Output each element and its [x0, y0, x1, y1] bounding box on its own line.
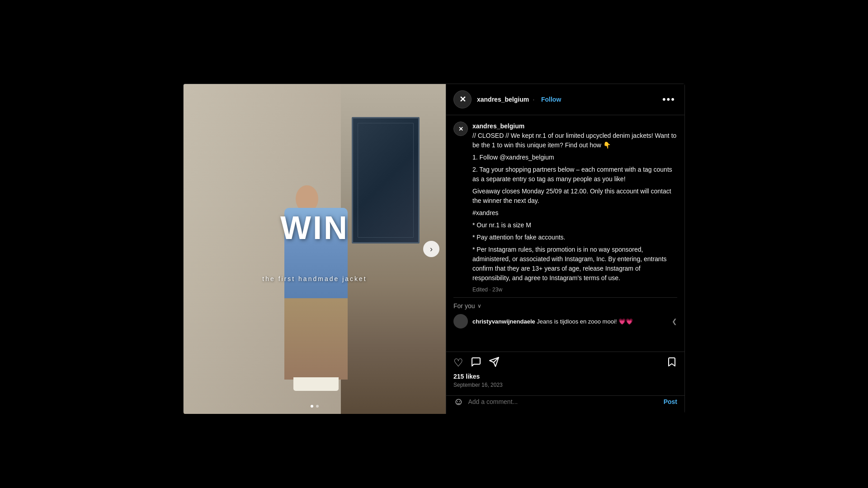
post-body: ✕ xandres_belgium // CLOSED // We kept n… — [446, 115, 684, 352]
caption-avatar: ✕ — [453, 122, 468, 136]
avatar-icon: ✕ — [459, 94, 466, 104]
caption-text: // CLOSED // We kept nr.1 of our limited… — [472, 131, 677, 283]
edited-time: Edited · 23w — [472, 286, 677, 293]
caption-line-4: Giveaway closes Monday 25/09 at 12.00. O… — [472, 187, 677, 206]
header-info: xandres_belgium · Follow — [477, 95, 660, 103]
comment-text: Jeans is tijdloos en zooo mooi! 💗💗 — [537, 318, 633, 325]
likes-count: 215 likes — [453, 373, 677, 380]
comment-icon — [471, 357, 481, 367]
dot-2 — [316, 405, 319, 408]
like-button[interactable]: ♡ — [453, 357, 463, 368]
follow-button[interactable]: Follow — [541, 96, 561, 103]
post-header: ✕ xandres_belgium · Follow ••• — [446, 84, 684, 115]
for-you-row[interactable]: For you ∨ — [453, 297, 677, 310]
sub-text: the first handmade jacket — [262, 275, 367, 282]
caption-row: ✕ xandres_belgium // CLOSED // We kept n… — [453, 122, 677, 293]
comment-button[interactable] — [471, 357, 481, 369]
comment-username[interactable]: christyvanwijnendaele — [472, 318, 535, 325]
next-image-button[interactable]: › — [423, 241, 439, 257]
caption-line-3: 2. Tag your shopping partners below – ea… — [472, 165, 677, 184]
post-date: September 16, 2023 — [453, 382, 677, 388]
caption-line-1: // CLOSED // We kept nr.1 of our limited… — [472, 131, 677, 150]
caption-line-2: 1. Follow @xandres_belgium — [472, 153, 677, 162]
action-icons-row: ♡ — [453, 357, 677, 369]
win-text: WIN — [280, 209, 349, 246]
image-dots — [311, 405, 319, 408]
for-you-label: For you — [453, 302, 475, 310]
post-container: WIN the first handmade jacket › ✕ xandre… — [183, 84, 685, 413]
dot-separator: · — [533, 96, 535, 103]
door-element — [352, 117, 420, 244]
post-comment-button[interactable]: Post — [664, 398, 677, 405]
caption-username[interactable]: xandres_belgium — [472, 122, 524, 130]
header-username[interactable]: xandres_belgium — [477, 96, 529, 103]
caption-line-6: * Our nr.1 is a size M — [472, 221, 677, 230]
avatar: ✕ — [453, 90, 472, 108]
figure-pants — [284, 298, 348, 380]
comment-preview-text: christyvanwijnendaele Jeans is tijdloos … — [472, 318, 667, 325]
chevron-right-icon: ❮ — [672, 318, 677, 325]
bookmark-button[interactable] — [666, 357, 677, 369]
dot-1 — [311, 405, 313, 408]
post-actions: ♡ 215 likes — [446, 352, 684, 395]
comment-preview-avatar — [453, 314, 468, 328]
caption-line-8: * Per Instagram rules, this promotion is… — [472, 245, 677, 283]
share-icon — [489, 357, 500, 367]
share-button[interactable] — [489, 357, 500, 369]
chevron-down-icon: ∨ — [477, 303, 481, 309]
caption-line-5: #xandres — [472, 208, 677, 218]
bookmark-icon — [666, 357, 677, 367]
caption-content: xandres_belgium // CLOSED // We kept nr.… — [472, 122, 677, 293]
add-comment-row: ☺ Post — [446, 395, 684, 414]
caption-avatar-icon: ✕ — [458, 126, 463, 132]
more-options-button[interactable]: ••• — [660, 94, 677, 104]
post-image: WIN the first handmade jacket › — [184, 84, 446, 414]
emoji-button[interactable]: ☺ — [453, 396, 463, 408]
comment-input[interactable] — [468, 398, 659, 405]
caption-line-7: * Pay attention for fake accounts. — [472, 233, 677, 242]
post-details: ✕ xandres_belgium · Follow ••• ✕ xandres… — [446, 84, 684, 414]
comment-preview-row[interactable]: christyvanwijnendaele Jeans is tijdloos … — [453, 314, 677, 330]
figure-shoes — [293, 377, 339, 391]
